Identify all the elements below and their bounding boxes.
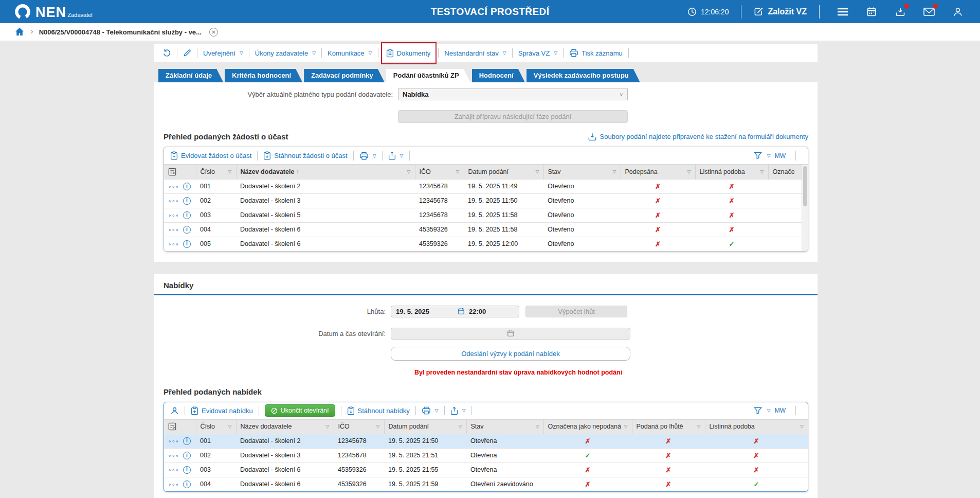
col-header-stav[interactable]: Stav▽ (466, 419, 543, 434)
calendar-icon[interactable] (458, 308, 465, 315)
table-row[interactable]: ∘∘∘i 005 Dodavatel - školení 6 45359326 … (164, 237, 802, 251)
print-table-button[interactable]: ▽ (422, 406, 439, 415)
create-vz-button[interactable]: Založit VZ (754, 7, 807, 16)
tab-podani-ucastniku-zp[interactable]: Podání účastníků ZP (386, 69, 470, 82)
info-icon[interactable]: i (183, 481, 191, 488)
table-row[interactable]: ∘∘∘i 001 Dodavatel - školení 2 12345678 … (164, 434, 808, 448)
scrollbar-thumb[interactable] (803, 166, 807, 206)
ukoncit-oteviranie-button[interactable]: Ukončit otevírání (265, 404, 335, 417)
vypocet-lhut-button[interactable]: Výpočet lhůt (525, 306, 627, 317)
filter-icon[interactable]: ▽ (407, 169, 411, 174)
menu-button[interactable] (836, 5, 849, 19)
col-header-po-lhute[interactable]: Podaná po lhůtě▽ (632, 419, 705, 434)
col-header-listinna[interactable]: Listinná podoba▽ (705, 419, 808, 434)
col-header-ico[interactable]: IČO▽ (334, 419, 384, 434)
messages-button[interactable] (922, 5, 936, 19)
info-icon[interactable]: i (183, 466, 191, 474)
filter-icon[interactable]: ▽ (376, 424, 380, 429)
info-icon[interactable]: i (183, 240, 191, 248)
table-row[interactable]: ∘∘∘i 004 Dodavatel - školení 6 45359326 … (164, 477, 808, 491)
profile-button[interactable] (951, 5, 965, 19)
row-menu-icon[interactable]: ∘∘∘ (168, 198, 179, 204)
stahnout-nabidky-button[interactable]: Stáhnout nabídky (347, 406, 410, 415)
row-menu-icon[interactable]: ∘∘∘ (168, 453, 179, 458)
col-header-datum[interactable]: Datum podání▽ (464, 165, 543, 179)
tab-kriteria-hodnoceni[interactable]: Kritéria hodnocení (225, 69, 302, 82)
stahnout-zadosti-button[interactable]: Stáhnout žádosti o účast (263, 151, 347, 160)
download-files-link[interactable]: Soubory podání najdete připravené ke sta… (588, 133, 808, 141)
table1-settings-header[interactable] (164, 165, 196, 179)
col-header-cislo[interactable]: Číslo▽ (196, 419, 236, 434)
info-icon[interactable]: i (183, 452, 191, 459)
evidovat-zadost-button[interactable]: Evidovat žádost o účast (170, 151, 251, 160)
menu-komunikace[interactable]: Komunikace▽ (328, 49, 372, 57)
dropdown-icon[interactable]: ▽ (767, 153, 771, 158)
table2-settings-header[interactable] (164, 419, 196, 434)
row-menu-icon[interactable]: ∘∘∘ (168, 467, 179, 473)
tab-zakladni-udaje[interactable]: Základní údaje (158, 69, 223, 82)
col-header-listinna[interactable]: Listinná podoba▽ (695, 165, 768, 179)
start-next-phase-button[interactable]: Zahájit přípravu následující fáze podání (398, 110, 628, 123)
row-menu-icon[interactable]: ∘∘∘ (168, 241, 179, 247)
info-icon[interactable]: i (183, 226, 191, 234)
filter-icon[interactable]: ▽ (459, 424, 462, 429)
mw-toggle[interactable]: MW (775, 152, 786, 159)
filter-icon[interactable]: ▽ (624, 424, 628, 429)
row-menu-icon[interactable]: ∘∘∘ (168, 227, 179, 233)
filter-icon[interactable]: ▽ (536, 424, 539, 429)
edit-record-button[interactable] (183, 49, 191, 57)
table-row[interactable]: ∘∘∘i 003 Dodavatel - školení 5 12345678 … (164, 208, 802, 222)
oteviranie-datetime-input[interactable] (391, 328, 630, 340)
info-icon[interactable]: i (183, 197, 191, 205)
home-button[interactable] (14, 27, 25, 37)
col-header-nepodana[interactable]: Označena jako nepodaná▽ (543, 419, 632, 434)
menu-ukony-zadavatele[interactable]: Úkony zadavatele▽ (255, 49, 316, 57)
col-header-oznacena[interactable]: Označe (768, 165, 802, 179)
row-menu-icon[interactable]: ∘∘∘ (168, 482, 179, 487)
filter-icon[interactable]: ▽ (536, 169, 539, 174)
filter-icon[interactable]: ▽ (326, 424, 330, 429)
col-header-nazev[interactable]: Název dodavatele▽ (236, 419, 334, 434)
vertical-scrollbar[interactable] (802, 165, 808, 251)
refresh-button[interactable] (162, 49, 171, 58)
filter-icon[interactable]: ▽ (228, 169, 232, 174)
filter-icon[interactable]: ▽ (697, 424, 701, 429)
participants-button[interactable] (170, 406, 179, 415)
menu-nestandardni-stav[interactable]: Nestandardní stav▽ (444, 49, 506, 57)
tab-vysledek-zadavaciho-postupu[interactable]: Výsledek zadávacího postupu (527, 69, 640, 82)
table-row[interactable]: ∘∘∘i 002 Dodavatel - školení 3 12345678 … (164, 193, 802, 208)
odeslani-vyzvy-button[interactable]: Odeslání výzvy k podání nabídek (391, 347, 630, 361)
evidovat-nabidku-button[interactable]: Evidovat nabídku (191, 406, 253, 415)
calendar-button[interactable] (865, 5, 878, 19)
downloads-button[interactable] (894, 5, 907, 19)
col-header-stav[interactable]: Stav▽ (543, 165, 621, 179)
nen-logo[interactable]: NEN Zadavatel (13, 3, 93, 21)
info-icon[interactable]: i (183, 437, 191, 445)
table-row[interactable]: ∘∘∘i 004 Dodavatel - školení 6 45359326 … (164, 222, 802, 237)
mw-toggle[interactable]: MW (775, 407, 786, 414)
tab-hodnoceni[interactable]: Hodnocení (472, 69, 525, 82)
row-menu-icon[interactable]: ∘∘∘ (168, 184, 179, 189)
col-header-cislo[interactable]: Číslo▽ (196, 165, 236, 179)
row-menu-icon[interactable]: ∘∘∘ (168, 212, 179, 218)
info-icon[interactable]: i (183, 183, 191, 190)
filter-icon[interactable] (754, 152, 762, 159)
menu-tisk-zaznamu[interactable]: Tisk záznamu (569, 49, 623, 57)
print-table-button[interactable]: ▽ (359, 152, 376, 160)
close-tab-icon[interactable]: ✕ (209, 28, 218, 37)
filter-icon[interactable]: ▽ (613, 169, 616, 174)
submission-type-select[interactable]: Nabídka ∨ (398, 88, 628, 100)
table-row[interactable]: ∘∘∘i 003 Dodavatel - školení 6 45359326 … (164, 463, 808, 477)
tab-zadavaci-podminky[interactable]: Zadávací podmínky (304, 69, 385, 82)
col-header-ico[interactable]: IČO▽ (415, 165, 464, 179)
filter-icon[interactable]: ▽ (228, 424, 232, 429)
col-header-nazev[interactable]: Název dodavatele ↑▽ (236, 165, 415, 179)
menu-uverejneni[interactable]: Uveřejnění▽ (203, 49, 243, 57)
table-row[interactable]: ∘∘∘i 001 Dodavatel - školení 2 12345678 … (164, 179, 802, 193)
lhuta-datetime-input[interactable]: 19. 5. 2025 22:00 (391, 306, 519, 317)
menu-sprava-vz[interactable]: Správa VZ▽ (518, 49, 557, 57)
row-menu-icon[interactable]: ∘∘∘ (168, 438, 179, 444)
breadcrumb-current[interactable]: N006/25/V00004748 - Telekomunikační služ… (39, 28, 202, 36)
filter-icon[interactable]: ▽ (687, 169, 691, 174)
export-table-button[interactable]: ▽ (388, 151, 404, 160)
